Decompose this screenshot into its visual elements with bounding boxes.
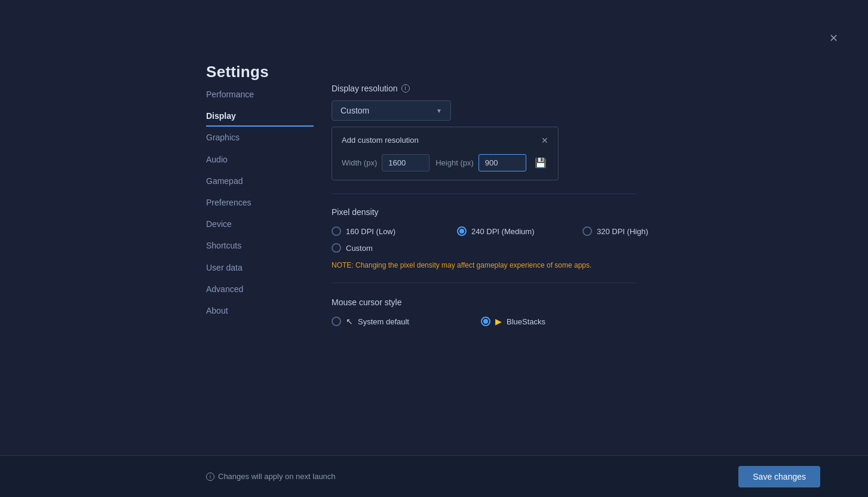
dpi-high-label: 320 DPI (High) [597, 227, 648, 236]
cursor-bluestacks-label: BlueStacks [507, 317, 545, 326]
resolution-dropdown[interactable]: Custom ▼ [332, 100, 451, 121]
sidebar-item-graphics[interactable]: Graphics [206, 127, 314, 148]
cursor-system-radio[interactable] [332, 317, 341, 326]
resolution-inputs: Width (px) Height (px) 💾 [342, 154, 548, 171]
custom-resolution-close-button[interactable]: ✕ [541, 136, 548, 145]
height-label: Height (px) [435, 158, 474, 167]
pixel-density-row-2: Custom [332, 243, 690, 253]
dpi-custom-radio[interactable] [332, 243, 341, 253]
footer-info-icon: i [206, 473, 214, 481]
sidebar-item-about[interactable]: About [206, 300, 314, 321]
custom-resolution-title: Add custom resolution [342, 136, 419, 145]
dpi-high-radio[interactable] [582, 226, 592, 236]
resolution-info-icon[interactable]: i [401, 84, 410, 93]
custom-resolution-header: Add custom resolution ✕ [342, 136, 548, 145]
divider-1 [332, 194, 636, 194]
pixel-density-heading: Pixel density [332, 207, 636, 217]
dpi-medium-option[interactable]: 240 DPI (Medium) [457, 226, 565, 236]
close-icon: ✕ [829, 32, 838, 44]
width-label: Width (px) [342, 158, 377, 167]
height-input[interactable] [479, 154, 526, 171]
dpi-low-radio[interactable] [332, 226, 341, 236]
mouse-cursor-heading: Mouse cursor style [332, 297, 636, 307]
sidebar: Performance Display Graphics Audio Gamep… [206, 48, 314, 497]
resolution-section: Display resolution i [332, 84, 636, 93]
width-input-group: Width (px) [342, 154, 430, 171]
footer-note-container: i Changes will apply on next launch [206, 472, 336, 481]
save-resolution-button[interactable]: 💾 [532, 155, 549, 171]
sidebar-item-display[interactable]: Display [206, 105, 314, 127]
dropdown-arrow-icon: ▼ [436, 108, 442, 114]
footer: i Changes will apply on next launch Save… [0, 455, 868, 497]
page-title: Settings [206, 63, 269, 81]
divider-2 [332, 283, 636, 283]
sidebar-item-preferences[interactable]: Preferences [206, 192, 314, 213]
dpi-low-option[interactable]: 160 DPI (Low) [332, 226, 439, 236]
sidebar-item-performance[interactable]: Performance [206, 84, 314, 105]
pixel-density-row-1: 160 DPI (Low) 240 DPI (Medium) 320 DPI (… [332, 226, 690, 236]
footer-note: Changes will apply on next launch [218, 472, 336, 481]
save-changes-button[interactable]: Save changes [738, 466, 820, 487]
settings-container: Performance Display Graphics Audio Gamep… [0, 0, 868, 497]
resolution-title: Display resolution [332, 84, 398, 93]
height-input-group: Height (px) [435, 154, 526, 171]
resolution-dropdown-value: Custom [341, 106, 369, 115]
cursor-system-option[interactable]: ↖ System default [332, 317, 463, 326]
width-input[interactable] [382, 154, 430, 171]
system-cursor-icon: ↖ [346, 317, 353, 326]
dpi-medium-label: 240 DPI (Medium) [471, 227, 534, 236]
custom-resolution-box: Add custom resolution ✕ Width (px) Heigh… [332, 127, 559, 180]
dpi-medium-radio[interactable] [457, 226, 467, 236]
pixel-density-note: NOTE: Changing the pixel density may aff… [332, 261, 636, 269]
dpi-custom-label: Custom [346, 244, 373, 253]
cursor-bluestacks-radio[interactable] [481, 317, 490, 326]
cursor-radio-row: ↖ System default ▶ BlueStacks [332, 317, 636, 326]
mouse-cursor-section: Mouse cursor style ↖ System default ▶ Bl… [332, 297, 636, 326]
sidebar-item-shortcuts[interactable]: Shortcuts [206, 235, 314, 256]
save-disk-icon: 💾 [535, 158, 547, 168]
close-button[interactable]: ✕ [829, 33, 838, 44]
dpi-high-option[interactable]: 320 DPI (High) [582, 226, 690, 236]
cursor-system-label: System default [358, 317, 409, 326]
cursor-bluestacks-option[interactable]: ▶ BlueStacks [481, 317, 588, 326]
dpi-low-label: 160 DPI (Low) [346, 227, 395, 236]
pixel-density-radio-group: 160 DPI (Low) 240 DPI (Medium) 320 DPI (… [332, 226, 636, 253]
dpi-custom-option[interactable]: Custom [332, 243, 439, 253]
sidebar-item-device[interactable]: Device [206, 213, 314, 235]
sidebar-item-advanced[interactable]: Advanced [206, 278, 314, 300]
sidebar-item-audio[interactable]: Audio [206, 149, 314, 170]
bluestacks-cursor-icon: ▶ [495, 317, 502, 326]
sidebar-item-user-data[interactable]: User data [206, 257, 314, 278]
main-content: Display resolution i Custom ▼ Add custom… [314, 48, 684, 497]
sidebar-item-gamepad[interactable]: Gamepad [206, 170, 314, 192]
